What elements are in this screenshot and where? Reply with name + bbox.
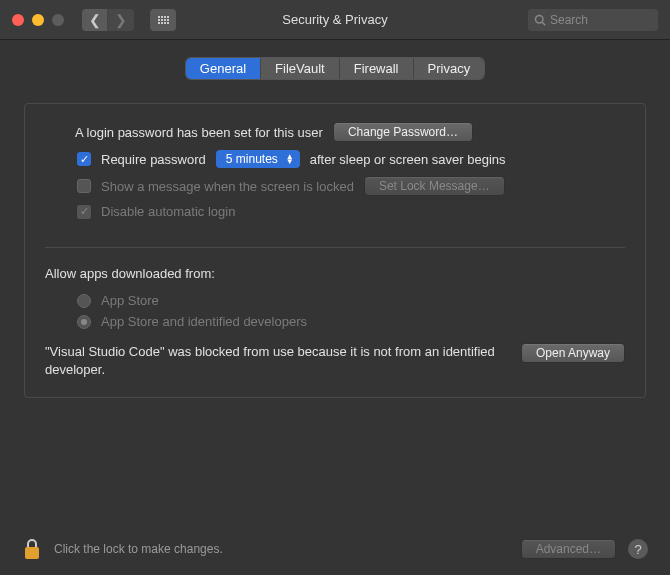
blocked-app-text: "Visual Studio Code" was blocked from us…	[45, 343, 505, 379]
radio-app-store-label: App Store	[101, 293, 159, 308]
open-anyway-button[interactable]: Open Anyway	[521, 343, 625, 363]
radio-identified-developers-label: App Store and identified developers	[101, 314, 307, 329]
svg-point-0	[536, 15, 544, 23]
blocked-app-row: "Visual Studio Code" was blocked from us…	[45, 343, 625, 379]
tab-general[interactable]: General	[186, 58, 261, 79]
tab-bar: General FileVault Firewall Privacy	[24, 58, 646, 79]
show-message-checkbox	[77, 179, 91, 193]
zoom-icon	[52, 14, 64, 26]
disable-auto-login-checkbox	[77, 205, 91, 219]
radio-identified-developers	[77, 315, 91, 329]
minimize-icon[interactable]	[32, 14, 44, 26]
close-icon[interactable]	[12, 14, 24, 26]
search-icon	[534, 14, 546, 26]
show-all-button[interactable]	[150, 9, 176, 31]
tab-firewall[interactable]: Firewall	[340, 58, 414, 79]
radio-app-store	[77, 294, 91, 308]
help-button[interactable]: ?	[628, 539, 648, 559]
require-password-checkbox[interactable]	[77, 152, 91, 166]
tab-privacy[interactable]: Privacy	[414, 58, 485, 79]
change-password-button[interactable]: Change Password…	[333, 122, 473, 142]
require-password-delay-value: 5 minutes	[226, 152, 278, 166]
select-arrows-icon: ▲▼	[286, 154, 294, 164]
window-controls	[12, 14, 64, 26]
require-password-suffix: after sleep or screen saver begins	[310, 152, 506, 167]
set-lock-message-button: Set Lock Message…	[364, 176, 505, 196]
nav-buttons: ❮ ❯	[82, 9, 134, 31]
advanced-button[interactable]: Advanced…	[521, 539, 616, 559]
general-section: A login password has been set for this u…	[24, 103, 646, 398]
lock-icon[interactable]	[22, 537, 42, 561]
back-button[interactable]: ❮	[82, 9, 108, 31]
section-divider	[45, 247, 625, 248]
grid-icon	[158, 16, 169, 24]
allow-apps-heading: Allow apps downloaded from:	[45, 266, 625, 281]
require-password-delay-select[interactable]: 5 minutes ▲▼	[216, 150, 300, 168]
forward-button: ❯	[108, 9, 134, 31]
require-password-label: Require password	[101, 152, 206, 167]
tab-filevault[interactable]: FileVault	[261, 58, 340, 79]
search-input[interactable]	[550, 13, 652, 27]
content-area: General FileVault Firewall Privacy A log…	[0, 40, 670, 398]
show-message-label: Show a message when the screen is locked	[101, 179, 354, 194]
svg-rect-2	[25, 547, 39, 559]
svg-line-1	[542, 22, 545, 25]
search-field[interactable]	[528, 9, 658, 31]
titlebar: ❮ ❯ Security & Privacy	[0, 0, 670, 40]
footer: Click the lock to make changes. Advanced…	[0, 523, 670, 575]
lock-text: Click the lock to make changes.	[54, 542, 223, 556]
disable-auto-login-label: Disable automatic login	[101, 204, 235, 219]
login-password-text: A login password has been set for this u…	[75, 125, 323, 140]
